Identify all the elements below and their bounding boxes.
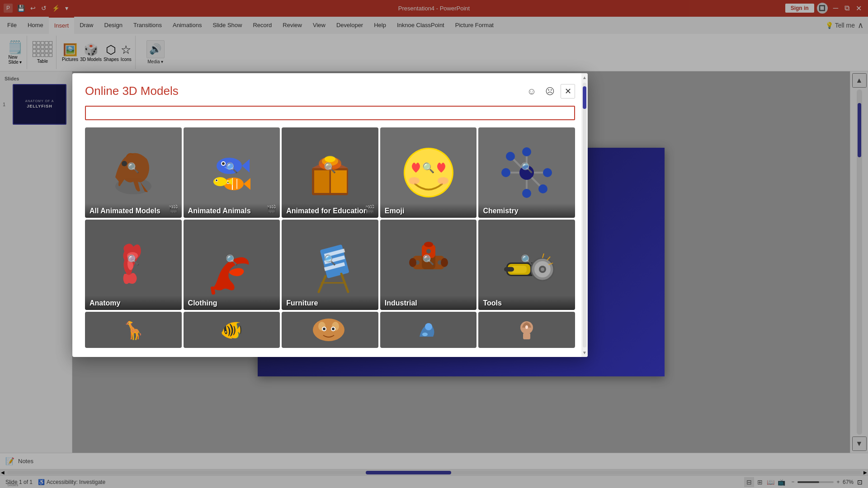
category-clothing-search-icon: 🔍 bbox=[226, 254, 238, 266]
svg-point-58 bbox=[424, 242, 433, 247]
svg-point-6 bbox=[224, 178, 244, 190]
categories-grid-row2: Anatomy 🔍 bbox=[85, 220, 575, 310]
category-animated-education[interactable]: Animated for Education 🔍 🎬 bbox=[282, 127, 378, 218]
svg-marker-7 bbox=[244, 178, 250, 190]
svg-point-77 bbox=[425, 323, 432, 330]
feedback-sad-button[interactable]: ☹ bbox=[542, 84, 557, 99]
category-industrial[interactable]: Industrial 🔍 bbox=[380, 220, 477, 310]
svg-point-23 bbox=[325, 156, 335, 162]
svg-line-47 bbox=[319, 276, 326, 292]
svg-point-81 bbox=[525, 325, 528, 329]
modal-scrollbar: ▲ ▼ bbox=[581, 73, 588, 357]
svg-point-78 bbox=[422, 333, 428, 336]
feedback-happy-button[interactable]: ☺ bbox=[524, 84, 539, 99]
svg-point-40 bbox=[538, 184, 547, 193]
category-industrial-overlay: Industrial bbox=[380, 296, 477, 310]
category-emoji-label: Emoji bbox=[385, 207, 405, 215]
category-partial-3[interactable] bbox=[282, 312, 378, 348]
category-partial-5-image bbox=[478, 312, 575, 348]
categories-grid-row3: 🦒 🐠 bbox=[85, 312, 575, 348]
svg-point-37 bbox=[501, 168, 510, 177]
category-animated-animals[interactable]: Animated Animals 🔍 🎬 bbox=[184, 127, 280, 218]
category-partial-1[interactable]: 🦒 bbox=[85, 312, 182, 348]
category-tools-overlay: Tools bbox=[478, 296, 575, 310]
category-all-animated-anim-icon: 🎬 bbox=[168, 204, 178, 214]
category-partial-4-image bbox=[380, 312, 477, 348]
modal-scroll-thumb bbox=[583, 86, 586, 109]
category-furniture[interactable]: Furniture 🔍 bbox=[282, 220, 378, 310]
category-partial-2[interactable]: 🐠 bbox=[184, 312, 280, 348]
svg-marker-3 bbox=[242, 159, 250, 173]
svg-point-1 bbox=[122, 161, 127, 166]
modal-header: Online 3D Models ☺ ☹ ✕ bbox=[72, 73, 588, 106]
category-emoji-overlay: Emoji bbox=[380, 203, 477, 218]
svg-point-27 bbox=[438, 177, 448, 184]
category-animated-animals-overlay: Animated Animals bbox=[184, 203, 280, 218]
category-animated-education-label: Animated for Education bbox=[286, 207, 368, 215]
svg-point-38 bbox=[543, 168, 552, 177]
category-all-animated-label: All Animated Models bbox=[90, 207, 160, 215]
svg-point-26 bbox=[409, 177, 420, 184]
category-partial-4[interactable] bbox=[380, 312, 477, 348]
modal-scroll-track[interactable] bbox=[583, 83, 586, 347]
svg-point-12 bbox=[213, 177, 227, 186]
category-anatomy[interactable]: Anatomy 🔍 bbox=[85, 220, 182, 310]
category-anatomy-label: Anatomy bbox=[90, 299, 120, 307]
category-emoji[interactable]: Emoji 🔍 bbox=[380, 127, 477, 218]
modal-scroll-up[interactable]: ▲ bbox=[580, 73, 588, 82]
svg-point-63 bbox=[541, 267, 544, 271]
category-all-animated[interactable]: All Animated Models 🔍 🎬 bbox=[85, 127, 182, 218]
category-chemistry-overlay: Chemistry bbox=[478, 203, 575, 218]
svg-point-56 bbox=[409, 258, 416, 267]
category-furniture-overlay: Furniture bbox=[282, 296, 378, 310]
category-industrial-search-icon: 🔍 bbox=[422, 254, 434, 266]
category-chemistry[interactable]: Chemistry 🔍 bbox=[478, 127, 575, 218]
svg-rect-66 bbox=[504, 267, 514, 272]
category-furniture-label: Furniture bbox=[286, 299, 318, 307]
modal-header-actions: ☺ ☹ ✕ bbox=[524, 84, 575, 99]
svg-point-35 bbox=[522, 147, 531, 156]
svg-point-70 bbox=[313, 319, 344, 341]
category-partial-1-image: 🦒 bbox=[85, 312, 182, 348]
category-all-animated-overlay: All Animated Models bbox=[85, 203, 182, 218]
category-tools[interactable]: Tools 🔍 bbox=[478, 220, 575, 310]
search-input[interactable] bbox=[85, 106, 575, 120]
category-chemistry-label: Chemistry bbox=[483, 207, 518, 215]
svg-point-74 bbox=[323, 328, 326, 330]
svg-rect-80 bbox=[523, 333, 530, 339]
category-industrial-label: Industrial bbox=[385, 299, 417, 307]
category-chemistry-search-icon: 🔍 bbox=[521, 162, 533, 174]
category-emoji-search-icon: 🔍 bbox=[422, 162, 434, 174]
svg-point-5 bbox=[222, 162, 225, 165]
svg-line-67 bbox=[542, 253, 544, 258]
svg-point-55 bbox=[426, 249, 431, 253]
category-tools-search-icon: 🔍 bbox=[521, 254, 533, 266]
category-clothing[interactable]: Clothing 🔍 bbox=[184, 220, 280, 310]
category-animated-animals-label: Animated Animals bbox=[188, 207, 251, 215]
svg-point-39 bbox=[506, 152, 515, 161]
category-animated-education-overlay: Animated for Education bbox=[282, 203, 378, 218]
category-clothing-label: Clothing bbox=[188, 299, 217, 307]
modal-body: All Animated Models 🔍 🎬 bbox=[72, 127, 588, 357]
svg-point-36 bbox=[522, 189, 531, 198]
svg-point-15 bbox=[216, 179, 217, 181]
svg-point-57 bbox=[441, 258, 448, 267]
online-3d-models-dialog: Online 3D Models ☺ ☹ ✕ bbox=[72, 73, 588, 357]
modal-close-button[interactable]: ✕ bbox=[561, 84, 575, 99]
category-clothing-overlay: Clothing bbox=[184, 296, 280, 310]
svg-point-76 bbox=[332, 328, 335, 330]
categories-grid-row1: All Animated Models 🔍 🎬 bbox=[85, 127, 575, 218]
category-partial-2-image: 🐠 bbox=[184, 312, 280, 348]
category-animated-education-anim-icon: 🎬 bbox=[365, 204, 375, 214]
category-partial-5[interactable] bbox=[478, 312, 575, 348]
modal-container: Online 3D Models ☺ ☹ ✕ bbox=[0, 0, 868, 488]
category-anatomy-overlay: Anatomy bbox=[85, 296, 182, 310]
category-animated-animals-anim-icon: 🎬 bbox=[266, 204, 276, 214]
modal-title: Online 3D Models bbox=[85, 84, 179, 98]
modal-scroll-down[interactable]: ▼ bbox=[580, 348, 588, 357]
category-furniture-search-icon: 🔍 bbox=[324, 254, 336, 266]
category-all-animated-search-icon: 🔍 bbox=[127, 162, 139, 174]
category-anatomy-search-icon: 🔍 bbox=[127, 254, 139, 266]
category-animated-animals-search-icon: 🔍 bbox=[226, 162, 238, 174]
category-animated-education-search-icon: 🔍 bbox=[324, 162, 336, 174]
